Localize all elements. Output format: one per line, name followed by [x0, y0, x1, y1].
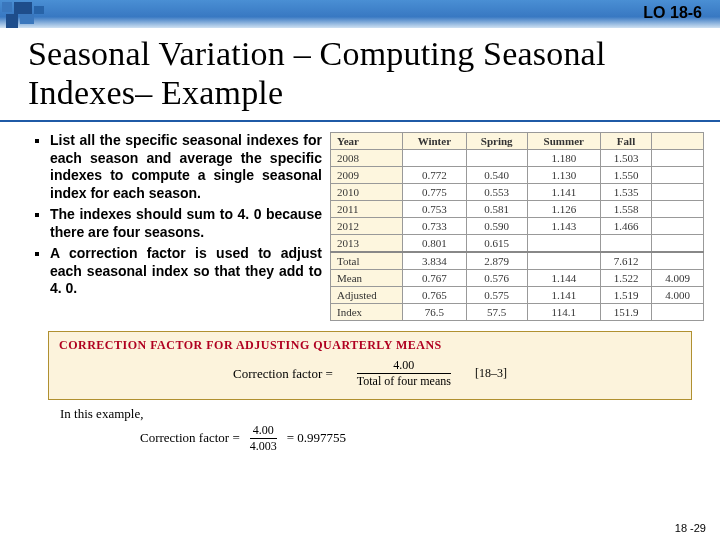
col-fall: Fall — [600, 133, 652, 150]
slide-title: Seasonal Variation – Computing Seasonal … — [0, 28, 720, 122]
table-row-total: Total3.8342.8797.612 — [331, 252, 704, 270]
formula-numerator: 4.00 — [393, 359, 414, 372]
example-numerator: 4.00 — [253, 424, 274, 437]
table-row: 20110.7530.5811.1261.558 — [331, 201, 704, 218]
col-extra — [652, 133, 704, 150]
page-number: 18 -29 — [675, 522, 706, 534]
example-intro: In this example, — [60, 406, 720, 422]
example-label: Correction factor = — [140, 430, 240, 446]
col-winter: Winter — [403, 133, 466, 150]
example-computation: Correction factor = 4.00 4.003 = 0.99775… — [140, 424, 720, 453]
data-table-wrap: Year Winter Spring Summer Fall 20081.180… — [330, 132, 704, 321]
bullet-item: List all the specific seasonal indexes f… — [50, 132, 322, 202]
example-result: = 0.997755 — [287, 430, 346, 446]
bullet-item: A correction factor is used to adjust ea… — [50, 245, 322, 298]
table-row-mean: Mean0.7670.5761.1441.5224.009 — [331, 270, 704, 287]
formula-heading: CORRECTION FACTOR FOR ADJUSTING QUARTERL… — [59, 338, 681, 353]
col-summer: Summer — [527, 133, 600, 150]
bullet-item: The indexes should sum to 4. 0 because t… — [50, 206, 322, 241]
table-row: 20120.7330.5901.1431.466 — [331, 218, 704, 235]
correction-factor-box: CORRECTION FACTOR FOR ADJUSTING QUARTERL… — [48, 331, 692, 399]
content-area: List all the specific seasonal indexes f… — [0, 122, 720, 321]
table-row: 20130.8010.615 — [331, 235, 704, 253]
formula-ref: [18–3] — [475, 366, 507, 381]
example-denominator: 4.003 — [250, 440, 277, 453]
table-row-index: Index76.557.5114.1151.9 — [331, 304, 704, 321]
logo-icon — [0, 0, 80, 40]
table-row: 20100.7750.5531.1411.535 — [331, 184, 704, 201]
seasonal-index-table: Year Winter Spring Summer Fall 20081.180… — [330, 132, 704, 321]
col-spring: Spring — [466, 133, 527, 150]
formula-denominator: Total of four means — [357, 375, 451, 388]
lo-code: LO 18-6 — [643, 4, 702, 22]
example-fraction: 4.00 4.003 — [250, 424, 277, 453]
bullet-list: List all the specific seasonal indexes f… — [32, 132, 322, 321]
table-row-adjusted: Adjusted0.7650.5751.1411.5194.000 — [331, 287, 704, 304]
table-row: 20081.1801.503 — [331, 150, 704, 167]
col-year: Year — [331, 133, 403, 150]
formula-fraction: 4.00 Total of four means — [357, 359, 451, 388]
table-row: 20090.7720.5401.1301.550 — [331, 167, 704, 184]
header-band: LO 18-6 — [0, 0, 720, 28]
formula-label: Correction factor = — [233, 366, 333, 382]
